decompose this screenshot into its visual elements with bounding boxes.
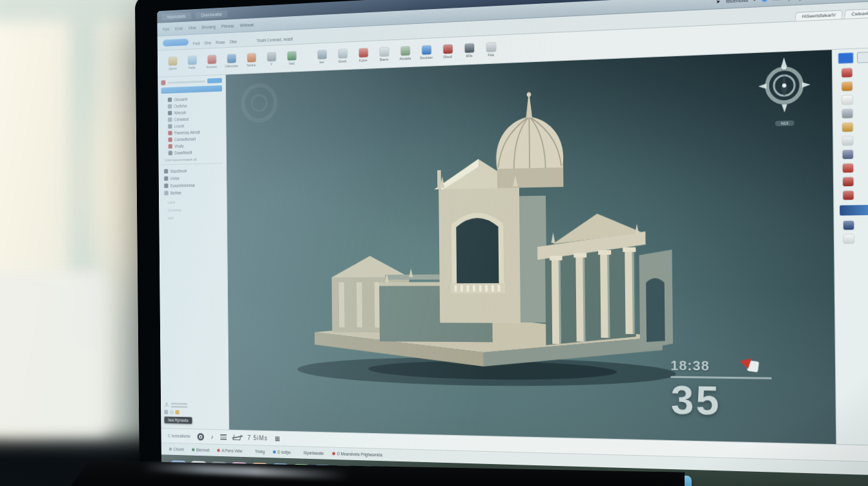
taskbar-item[interactable]: O Meandveia Prlgfasonida: [332, 451, 382, 457]
layer-row[interactable]: Dyasfitseilt: [169, 148, 223, 156]
taskbar-item[interactable]: A Pens Velw: [217, 449, 242, 454]
toolbar-button[interactable]: Deeluter: [418, 45, 435, 60]
record-icon[interactable]: [197, 433, 204, 441]
taskbar-item[interactable]: Trivkg: [250, 449, 265, 454]
ribbon-item[interactable]: Fwd: [193, 41, 200, 49]
taskbar-item[interactable]: D tzdijw: [273, 450, 291, 454]
toolbar-button[interactable]: Ugshe: [165, 56, 180, 70]
taskbar-item-icon: [332, 452, 335, 455]
layer-icon: [169, 144, 172, 149]
palette-icon[interactable]: [843, 177, 853, 186]
layer-label: Ceheieut: [174, 117, 189, 122]
layer-tree: Gtusanit Ootfvha Wiecstr Ceheieut: [161, 94, 223, 156]
panel-button[interactable]: [207, 78, 222, 83]
music-note-icon[interactable]: ♪: [211, 434, 213, 440]
layer-icon: [169, 151, 172, 155]
tool-icon: [443, 44, 452, 53]
layer-label: Vhafy: [174, 144, 183, 149]
toolbar-button[interactable]: Norlue: [244, 53, 259, 67]
tool-icon: [207, 55, 216, 64]
menu-item[interactable]: Ilmoang: [202, 25, 216, 30]
taskbar-item-label: Slyanlawate: [304, 450, 324, 456]
layer-icon: [168, 98, 172, 102]
layer-label: Wiecstr: [174, 111, 187, 115]
titlebar-tab[interactable]: Nepoutatek: [161, 12, 191, 21]
layer-label: Lrovst: [174, 124, 184, 129]
chevron-down-icon[interactable]: ▾: [754, 0, 756, 2]
taskbar-item[interactable]: Biernvst: [192, 447, 209, 452]
toolbar-button[interactable]: Foueen: [204, 54, 219, 69]
taskbar-item[interactable]: Chomi: [169, 447, 184, 451]
tool-icon: [400, 46, 409, 55]
palette-icon[interactable]: [842, 82, 852, 91]
palette-icon[interactable]: [843, 136, 853, 145]
tool-icon: [247, 53, 255, 62]
ribbon-item[interactable]: Dlse: [230, 39, 238, 47]
toolbar-button[interactable]: Irad: [284, 51, 300, 65]
palette-active-tab[interactable]: [838, 52, 854, 64]
toolbar-button[interactable]: Eizek: [335, 48, 350, 63]
list-icon[interactable]: [220, 434, 227, 440]
toolbar-button[interactable]: Calendae: [224, 54, 239, 68]
palette-icon[interactable]: [843, 150, 853, 159]
tree-footer: Lrtsmseoevmsaeit ult: [165, 157, 223, 162]
component-row[interactable]: Bshlse: [164, 188, 223, 196]
tool-icon: [358, 48, 367, 57]
mini-icon[interactable]: [175, 410, 179, 415]
ribbon-item[interactable]: Ghe: [204, 41, 211, 48]
menu-item[interactable]: Whbeat: [240, 23, 253, 28]
faint-item[interactable]: Ldrsl: [168, 200, 223, 204]
faint-list: LdrslCrtmstseHvlr: [162, 200, 223, 220]
3d-viewport[interactable]: N15 18:38 35: [226, 50, 836, 444]
primary-action-button[interactable]: [163, 39, 189, 47]
palette-icon[interactable]: [842, 123, 852, 132]
ribbon-item[interactable]: Rowe: [216, 40, 225, 48]
tool-label: ber: [320, 60, 324, 64]
panel-icon: [161, 80, 165, 85]
file-tab[interactable]: CwteaefPV: [845, 8, 868, 18]
toolbar-button[interactable]: ber: [314, 50, 329, 64]
palette-icon[interactable]: [843, 191, 854, 200]
tool-label: Kytve: [359, 58, 367, 62]
mini-icon[interactable]: [170, 410, 174, 414]
big-number-readout: 35: [670, 379, 772, 423]
toolbar-button[interactable]: Y: [264, 52, 279, 66]
building-model[interactable]: [289, 84, 690, 396]
palette-icon[interactable]: [842, 96, 852, 105]
palette-icon[interactable]: [843, 235, 854, 244]
menu-item[interactable]: Ptinsac: [222, 23, 234, 28]
compass-label: N15: [776, 120, 794, 126]
titlebar-tab[interactable]: Desumeattar: [196, 10, 228, 19]
grid-icon[interactable]: ▦: [274, 435, 280, 442]
toolbar-button[interactable]: Aliclatla: [397, 46, 413, 61]
menu-item[interactable]: Enst: [175, 26, 183, 30]
toolbar-button[interactable]: Halfe: [185, 56, 200, 70]
toolbar-button[interactable]: Kytve: [355, 48, 371, 62]
warning-icon: ⚠: [164, 402, 169, 408]
toolbar-button[interactable]: M3s: [461, 43, 477, 58]
palette-tab[interactable]: [857, 52, 868, 63]
palette-selected-row[interactable]: [840, 205, 868, 216]
search-field[interactable]: [168, 80, 205, 83]
compass-widget[interactable]: N15: [754, 55, 814, 129]
cart-icon[interactable]: [232, 434, 241, 440]
faint-item[interactable]: Hvlr: [168, 215, 223, 220]
tool-label: Halfe: [189, 65, 196, 69]
outliner-header: [161, 78, 222, 85]
menu-item[interactable]: Fpe: [163, 27, 169, 32]
panel-title-bar[interactable]: [161, 85, 222, 94]
palette-icon[interactable]: [843, 164, 853, 173]
palette-icon[interactable]: [842, 109, 852, 118]
menu-item[interactable]: Vbw: [189, 25, 196, 30]
toolbar-button[interactable]: Dlsed: [440, 44, 456, 59]
taskbar-item[interactable]: Slyanlawate: [298, 450, 324, 456]
mini-icon[interactable]: [164, 410, 168, 414]
palette-icon[interactable]: [843, 221, 854, 230]
laptop-screen: Nepoutatek Desumeattar Tiost Wens Lecdri…: [157, 0, 868, 486]
toolbar-button[interactable]: Baers: [377, 47, 392, 61]
faint-item[interactable]: Crtmstse: [168, 207, 223, 212]
view-selector[interactable]: Istueniuliia: [726, 0, 749, 3]
toolbar-button[interactable]: Fda: [482, 42, 499, 57]
radiator: [0, 271, 110, 433]
palette-icon[interactable]: [842, 68, 852, 77]
